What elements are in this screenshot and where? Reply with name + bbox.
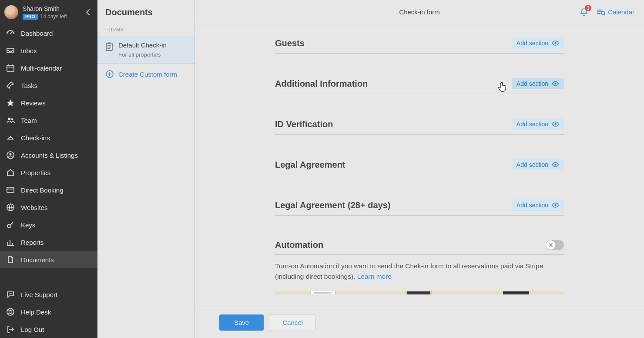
add-section-label: Add section <box>517 121 548 128</box>
broom-icon <box>6 81 15 90</box>
inbox-icon <box>6 46 15 55</box>
sidebar-item-label: Keys <box>21 221 35 229</box>
bell-service-icon <box>6 133 15 142</box>
illustration-document-icon <box>310 291 336 294</box>
notifications-button[interactable]: 1 <box>579 7 589 17</box>
sidebar-item-accounts[interactable]: Accounts & Listings <box>0 146 97 164</box>
section-title: ID Verification <box>275 119 333 129</box>
svg-point-7 <box>7 224 11 228</box>
sidebar-item-keys[interactable]: Keys <box>0 216 97 233</box>
sidebar-item-tasks[interactable]: Tasks <box>0 77 97 94</box>
form-item-default-checkin[interactable]: Default Check-in For all properties <box>97 37 195 64</box>
form-item-title: Default Check-in <box>118 41 167 49</box>
user-name: Sharon Smith <box>23 5 82 13</box>
section-id-verification: ID Verification Add section <box>275 115 564 135</box>
add-section-button[interactable]: Add section <box>512 118 564 130</box>
logout-icon <box>6 325 15 334</box>
topbar: Check-in form 1 Calendar <box>195 0 644 24</box>
browser-icon <box>6 186 15 194</box>
add-section-button[interactable]: Add section <box>512 159 564 170</box>
sidebar-item-multi-calendar[interactable]: Multi-calendar <box>0 59 97 77</box>
sidebar-item-label: Reviews <box>21 99 46 107</box>
svg-rect-14 <box>108 43 111 44</box>
sidebar-item-label: Reports <box>21 239 44 246</box>
star-icon <box>6 98 15 107</box>
sidebar-item-live-support[interactable]: Live Support <box>0 286 97 303</box>
learn-more-link[interactable]: Learn more <box>357 273 392 280</box>
sidebar-item-properties[interactable]: Properties <box>0 164 97 181</box>
page-title: Check-in form <box>399 8 439 16</box>
sidebar-item-label: Team <box>21 117 37 124</box>
document-icon <box>6 255 15 264</box>
eye-icon <box>552 162 559 167</box>
calendar-link[interactable]: Calendar <box>597 8 634 16</box>
sidebar-item-dashboard[interactable]: Dashboard <box>0 24 97 42</box>
section-title: Legal Agreement <box>275 160 345 170</box>
svg-point-8 <box>9 294 10 294</box>
team-icon <box>6 116 15 125</box>
automation-description: Turn-on Automation if you want to send t… <box>275 261 564 282</box>
sidebar-item-help-desk[interactable]: Help Desk <box>0 303 97 321</box>
sidebar-item-checkins[interactable]: Check-ins <box>0 129 97 146</box>
gauge-icon <box>6 29 15 37</box>
svg-rect-5 <box>7 187 14 193</box>
section-title: Guests <box>275 38 305 48</box>
section-automation: Automation <box>275 237 564 255</box>
svg-point-19 <box>554 123 556 125</box>
sidebar-item-documents[interactable]: Documents <box>0 251 97 268</box>
sidebar-item-logout[interactable]: Log Out <box>0 321 97 338</box>
sidebar-item-websites[interactable]: Websites <box>0 199 97 216</box>
add-section-button[interactable]: Add section <box>512 199 564 211</box>
eye-icon <box>552 81 559 86</box>
eye-icon <box>552 203 559 208</box>
create-custom-form-label: Create Custom form <box>118 71 177 78</box>
svg-point-12 <box>9 311 12 314</box>
svg-point-18 <box>554 83 556 84</box>
eye-icon <box>552 122 559 127</box>
notification-badge: 1 <box>585 5 591 11</box>
pro-badge: PRO <box>23 14 38 20</box>
sidebar-item-label: Properties <box>21 169 50 176</box>
svg-point-9 <box>10 294 11 294</box>
svg-point-4 <box>10 153 12 155</box>
sidebar-collapse-button[interactable] <box>82 6 94 18</box>
svg-point-21 <box>554 204 556 206</box>
plus-circle-icon <box>105 70 114 78</box>
section-title: Automation <box>275 240 323 250</box>
toggle-knob-off-icon <box>546 240 555 250</box>
cancel-button[interactable]: Cancel <box>270 314 315 331</box>
section-title: Legal Agreement (28+ days) <box>275 200 390 210</box>
svg-point-2 <box>11 118 13 121</box>
sidebar-item-direct-booking[interactable]: Direct Booking <box>0 181 97 199</box>
clipboard-icon <box>105 41 113 58</box>
add-section-button[interactable]: Add section <box>512 37 564 49</box>
section-title: Additional Information <box>275 79 368 89</box>
calendar-icon <box>6 64 15 72</box>
avatar <box>4 5 18 19</box>
sidebar-item-label: Documents <box>21 256 54 264</box>
svg-point-1 <box>8 118 10 120</box>
sidebar-item-team[interactable]: Team <box>0 112 97 129</box>
save-button[interactable]: Save <box>219 314 264 331</box>
main-area: Check-in form 1 Calendar Guests Add sect… <box>195 0 644 338</box>
user-block[interactable]: Sharon Smith PRO 14 days left <box>0 0 97 24</box>
svg-point-20 <box>554 164 556 166</box>
svg-point-10 <box>11 294 12 294</box>
globe-icon <box>6 203 15 212</box>
form-item-subtitle: For all properties <box>118 51 167 58</box>
automation-toggle[interactable] <box>546 240 564 250</box>
add-section-button[interactable]: Add section <box>512 78 564 89</box>
key-icon <box>6 220 15 229</box>
illustration-id-card-icon <box>406 291 432 294</box>
primary-sidebar: Sharon Smith PRO 14 days left Dashboard … <box>0 0 97 338</box>
content-scroll[interactable]: Guests Add section Additional Informatio… <box>195 24 644 338</box>
sidebar-item-reviews[interactable]: Reviews <box>0 94 97 112</box>
sidebar-item-label: Inbox <box>21 47 37 54</box>
create-custom-form-link[interactable]: Create Custom form <box>97 64 195 84</box>
sidebar-item-inbox[interactable]: Inbox <box>0 42 97 59</box>
sidebar-item-reports[interactable]: Reports <box>0 233 97 251</box>
nav-bottom: Live Support Help Desk Log Out <box>0 286 97 338</box>
sidebar-item-label: Multi-calendar <box>21 64 62 72</box>
svg-point-16 <box>601 11 605 15</box>
section-guests: Guests Add section <box>275 34 564 54</box>
